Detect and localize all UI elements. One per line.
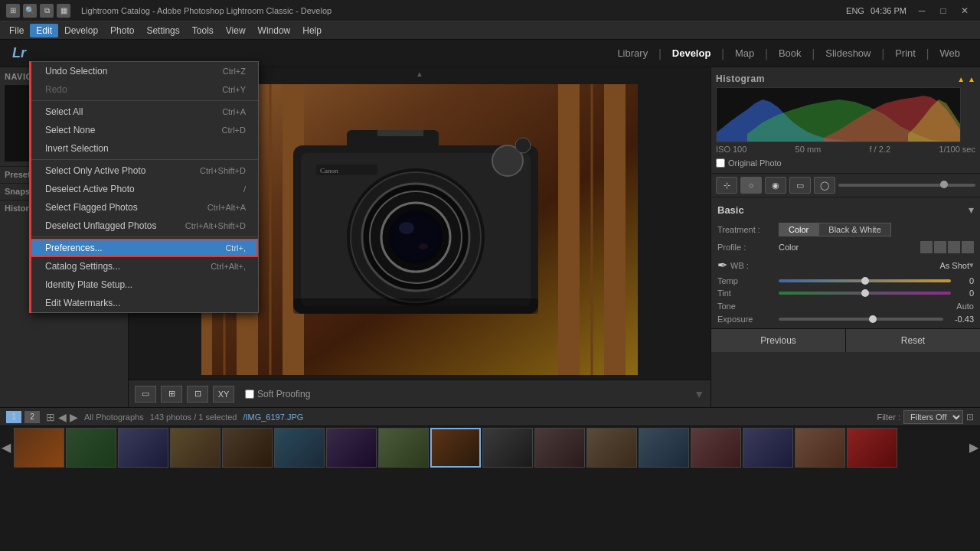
menu-select-active-photo[interactable]: Select Only Active Photo Ctrl+Shift+D <box>30 161 258 180</box>
thumb-9-selected[interactable] <box>430 428 481 468</box>
redeye-tool[interactable]: ◉ <box>765 177 786 194</box>
menu-edit-watermarks[interactable]: Edit Watermarks... <box>30 294 258 312</box>
filmstrip-nav-prev-icon[interactable]: ◀ <box>58 411 67 423</box>
thumb-11[interactable] <box>534 428 585 468</box>
tint-slider[interactable] <box>779 292 951 295</box>
title-bar: ⊞ 🔍 ⧉ ▦ Lightroom Catalog - Adobe Photos… <box>0 0 980 21</box>
screen-icon[interactable]: ▦ <box>57 4 70 18</box>
menu-help[interactable]: Help <box>296 24 328 37</box>
nav-web[interactable]: Web <box>933 44 969 62</box>
orig-photo-checkbox[interactable] <box>716 158 725 168</box>
frame-num-2[interactable]: 2 <box>24 411 40 423</box>
menu-preferences[interactable]: Preferences... Ctrl+, <box>30 239 258 257</box>
close-button[interactable]: ✕ <box>956 4 974 18</box>
task-view-icon[interactable]: ⧉ <box>40 4 54 18</box>
soft-proofing-checkbox[interactable] <box>245 390 254 399</box>
menu-develop[interactable]: Develop <box>58 24 104 37</box>
previous-button[interactable]: Previous <box>711 329 846 352</box>
nav-book[interactable]: Book <box>771 44 809 62</box>
separator-2 <box>30 159 258 160</box>
graduated-filter-tool[interactable]: ▭ <box>789 177 811 194</box>
menu-tools[interactable]: Tools <box>186 24 220 37</box>
thumb-2[interactable] <box>66 428 116 468</box>
thumb-6[interactable] <box>274 428 325 468</box>
radial-filter-tool[interactable]: ◯ <box>814 177 835 194</box>
view-grid-btn[interactable]: ⊞ <box>161 386 182 403</box>
thumb-13[interactable] <box>639 428 689 468</box>
menu-edit[interactable]: Edit <box>30 24 58 37</box>
spot-removal-tool[interactable]: ○ <box>740 177 762 194</box>
crop-tool[interactable]: ⊹ <box>716 177 737 194</box>
filmstrip-right-arrow[interactable]: ▶ <box>968 440 980 455</box>
menu-select-none[interactable]: Select None Ctrl+D <box>30 121 258 139</box>
profile-icon-3[interactable] <box>948 241 960 253</box>
nav-develop[interactable]: Develop <box>665 44 719 62</box>
filmstrip-left-arrow[interactable]: ◀ <box>0 440 12 455</box>
maximize-button[interactable]: □ <box>934 4 952 18</box>
thumb-8[interactable] <box>378 428 429 468</box>
menu-view[interactable]: View <box>220 24 252 37</box>
thumb-16[interactable] <box>795 428 845 468</box>
wb-value[interactable]: As Shot <box>939 261 969 270</box>
menu-catalog-settings[interactable]: Catalog Settings... Ctrl+Alt+, <box>30 257 258 276</box>
profile-icon-1[interactable] <box>920 241 933 253</box>
histogram-section: Histogram ▲ ▲ <box>711 67 980 174</box>
menu-deselect-active[interactable]: Deselect Active Photo / <box>30 180 258 198</box>
filter-expand-icon[interactable]: ⊡ <box>966 412 974 422</box>
basic-expand-icon[interactable]: ▾ <box>969 204 974 216</box>
thumb-1[interactable] <box>14 428 64 468</box>
menu-window[interactable]: Window <box>252 24 297 37</box>
menu-deselect-unflagged[interactable]: Deselect Unflagged Photos Ctrl+Alt+Shift… <box>30 217 258 235</box>
exposure-value: -0.43 <box>943 315 974 324</box>
view-compare-btn[interactable]: ⊡ <box>187 386 208 403</box>
filmstrip-nav-next-icon[interactable]: ▶ <box>70 411 78 423</box>
view-single-btn[interactable]: ▭ <box>135 386 156 403</box>
thumb-7[interactable] <box>326 428 377 468</box>
menu-select-all[interactable]: Select All Ctrl+A <box>30 103 258 121</box>
thumb-17[interactable] <box>847 428 897 468</box>
tone-auto-btn[interactable]: Auto <box>956 302 974 311</box>
windows-start-icon[interactable]: ⊞ <box>6 4 20 18</box>
tool-slider[interactable] <box>838 184 975 187</box>
thumb-4[interactable] <box>170 428 220 468</box>
search-icon[interactable]: 🔍 <box>23 4 37 18</box>
menu-undo-selection[interactable]: Undo Selection Ctrl+Z <box>30 62 258 80</box>
exposure-slider[interactable] <box>779 318 943 321</box>
profile-select[interactable]: Color <box>779 243 799 252</box>
menu-identity-plate[interactable]: Identity Plate Setup... <box>30 276 258 294</box>
menu-settings[interactable]: Settings <box>140 24 185 37</box>
nav-print[interactable]: Print <box>887 44 923 62</box>
soft-proofing-toggle[interactable]: Soft Proofing <box>245 389 310 399</box>
tint-slider-thumb <box>861 289 869 297</box>
temp-slider[interactable] <box>779 279 951 282</box>
minimize-button[interactable]: ─ <box>913 4 931 18</box>
menu-photo[interactable]: Photo <box>104 24 140 37</box>
svg-point-20 <box>399 222 414 234</box>
wb-dropdown-icon[interactable]: ▾ <box>969 260 974 270</box>
profile-icon-2[interactable] <box>934 241 946 253</box>
nav-library[interactable]: Library <box>609 44 655 62</box>
thumb-12[interactable] <box>586 428 637 468</box>
nav-map[interactable]: Map <box>727 44 762 62</box>
reset-button[interactable]: Reset <box>846 329 980 352</box>
menu-invert-selection[interactable]: Invert Selection <box>30 139 258 158</box>
treatment-color-btn[interactable]: Color <box>779 223 818 236</box>
thumb-5[interactable] <box>222 428 273 468</box>
filter-select[interactable]: Filters Off <box>903 410 963 424</box>
thumb-3[interactable] <box>118 428 168 468</box>
menu-select-flagged[interactable]: Select Flagged Photos Ctrl+Alt+A <box>30 198 258 217</box>
thumb-14[interactable] <box>691 428 741 468</box>
frame-num-1[interactable]: 1 <box>6 411 21 423</box>
filmstrip-nav-grid-icon[interactable]: ⊞ <box>46 411 55 423</box>
exposure-row: Exposure -0.43 <box>717 313 974 325</box>
profile-icon-4[interactable] <box>962 241 974 253</box>
thumb-15[interactable] <box>743 428 793 468</box>
filmstrip-header: 1 2 ⊞ ◀ ▶ All Photographs 143 photos / 1… <box>0 408 980 426</box>
thumb-10[interactable] <box>482 428 533 468</box>
treatment-bw-btn[interactable]: Black & White <box>818 223 890 236</box>
menu-file[interactable]: File <box>3 24 30 37</box>
nav-slideshow[interactable]: Slideshow <box>818 44 878 62</box>
frame-count: 1 2 <box>6 411 40 423</box>
soft-proofing-label: Soft Proofing <box>257 389 310 399</box>
view-before-after-btn[interactable]: XY <box>213 386 234 403</box>
